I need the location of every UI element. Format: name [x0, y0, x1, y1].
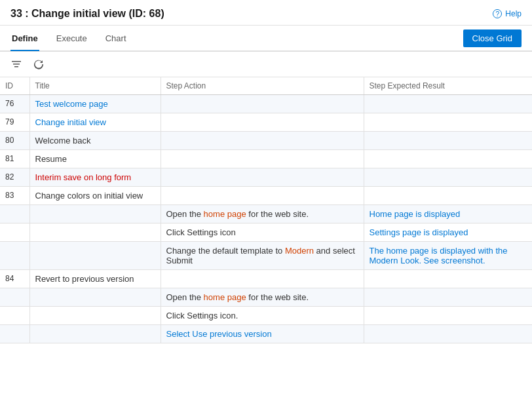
- table-row: 81Resume: [0, 150, 532, 168]
- table-row: 80Welcome back: [0, 132, 532, 150]
- cell-action: [161, 150, 364, 168]
- table-row: 83Change colors on initial view: [0, 187, 532, 205]
- col-header-expected: Step Expected Result: [364, 77, 532, 95]
- cell-expected: [364, 288, 532, 307]
- table-row: 79Change initial view: [0, 113, 532, 132]
- cell-expected: [364, 113, 532, 132]
- cell-action: [161, 132, 364, 150]
- cell-expected: Settings page is displayed: [364, 223, 532, 242]
- cell-title: [29, 223, 161, 242]
- cell-title: Welcome back: [29, 132, 161, 150]
- table-header-row: ID Title Step Action Step Expected Resul…: [0, 77, 532, 95]
- cell-action: Click Settings icon: [161, 223, 364, 242]
- tab-chart[interactable]: Chart: [104, 26, 128, 51]
- cell-id: 84: [0, 270, 29, 288]
- col-header-title: Title: [29, 77, 161, 95]
- cell-action: [161, 270, 364, 288]
- cell-title: Test welcome page: [29, 95, 161, 113]
- cell-expected: [364, 132, 532, 150]
- cell-expected: [364, 307, 532, 325]
- cell-title: [29, 242, 161, 270]
- cell-action: Open the home page for the web site.: [161, 288, 364, 307]
- cell-id: [0, 288, 29, 307]
- svg-rect-0: [12, 61, 21, 62]
- table-row: Open the home page for the web site.Home…: [0, 205, 532, 223]
- cell-expected: [364, 95, 532, 113]
- refresh-icon: [33, 59, 44, 69]
- tabs-bar: Define Execute Chart Close Grid: [0, 26, 532, 52]
- filter-icon: [11, 59, 22, 69]
- cell-id: 79: [0, 113, 29, 132]
- table-row: 76Test welcome page: [0, 95, 532, 113]
- toolbar: [0, 52, 532, 77]
- table-row: Change the default template to Modern an…: [0, 242, 532, 270]
- help-label: Help: [505, 9, 522, 18]
- page-title: 33 : Change initial view (ID: 68): [10, 8, 164, 20]
- cell-title: [29, 325, 161, 343]
- cell-action: [161, 95, 364, 113]
- cell-expected: The home page is displayed with the Mode…: [364, 242, 532, 270]
- cell-expected: Home page is displayed: [364, 205, 532, 223]
- cell-title: [29, 307, 161, 325]
- cell-id: [0, 242, 29, 270]
- cell-title: Change initial view: [29, 113, 161, 132]
- table-row: Open the home page for the web site.: [0, 288, 532, 307]
- cell-action: [161, 187, 364, 205]
- cell-action: Change the default template to Modern an…: [161, 242, 364, 270]
- cell-id: 80: [0, 132, 29, 150]
- cell-action: [161, 113, 364, 132]
- tabs-list: Define Execute Chart: [10, 26, 128, 50]
- cell-title: [29, 205, 161, 223]
- cell-expected: [364, 187, 532, 205]
- cell-expected: [364, 325, 532, 343]
- refresh-button[interactable]: [30, 56, 47, 73]
- cell-id: [0, 307, 29, 325]
- cell-action: [161, 168, 364, 187]
- tab-execute[interactable]: Execute: [55, 26, 88, 51]
- cell-expected: [364, 270, 532, 288]
- cell-expected: [364, 168, 532, 187]
- help-icon: ?: [493, 9, 502, 18]
- help-link[interactable]: ? Help: [493, 9, 522, 18]
- cell-action: Open the home page for the web site.: [161, 205, 364, 223]
- svg-rect-2: [14, 66, 18, 68]
- cell-title: Interim save on long form: [29, 168, 161, 187]
- grid-container: ID Title Step Action Step Expected Resul…: [0, 77, 532, 399]
- cell-title: Change colors on initial view: [29, 187, 161, 205]
- table-row: Click Settings iconSettings page is disp…: [0, 223, 532, 242]
- cell-id: 82: [0, 168, 29, 187]
- cell-action: Select Use previous version: [161, 325, 364, 343]
- cell-title: [29, 288, 161, 307]
- table-row: Click Settings icon.: [0, 307, 532, 325]
- filter-button[interactable]: [8, 56, 25, 73]
- cell-id: [0, 205, 29, 223]
- cell-expected: [364, 150, 532, 168]
- col-header-id: ID: [0, 77, 29, 95]
- svg-rect-1: [13, 64, 20, 65]
- cell-id: 83: [0, 187, 29, 205]
- cell-action: Click Settings icon.: [161, 307, 364, 325]
- cell-title: Revert to previous version: [29, 270, 161, 288]
- data-table: ID Title Step Action Step Expected Resul…: [0, 77, 532, 343]
- cell-id: [0, 223, 29, 242]
- cell-id: 76: [0, 95, 29, 113]
- close-grid-button[interactable]: Close Grid: [463, 29, 522, 47]
- cell-id: [0, 325, 29, 343]
- table-row: Select Use previous version: [0, 325, 532, 343]
- cell-title: Resume: [29, 150, 161, 168]
- col-header-action: Step Action: [161, 77, 364, 95]
- table-row: 84Revert to previous version: [0, 270, 532, 288]
- table-row: 82Interim save on long form: [0, 168, 532, 187]
- tab-define[interactable]: Define: [10, 26, 39, 51]
- cell-id: 81: [0, 150, 29, 168]
- page-header: 33 : Change initial view (ID: 68) ? Help: [0, 0, 532, 26]
